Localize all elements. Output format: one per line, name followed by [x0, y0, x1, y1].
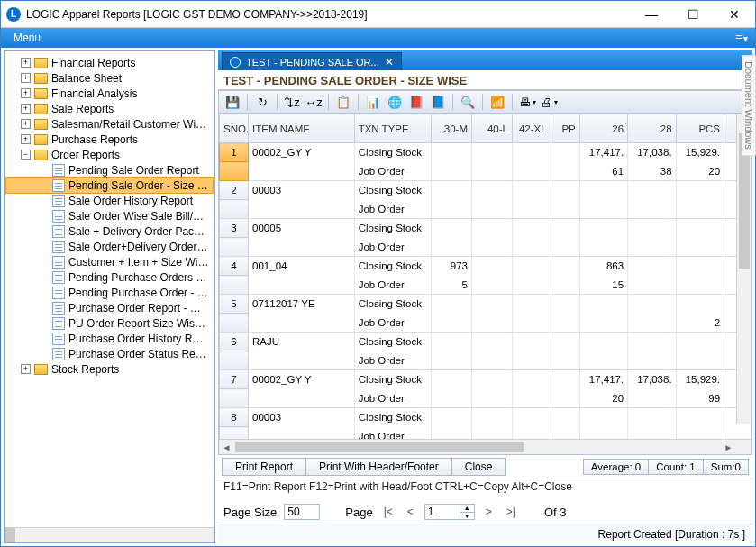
grid-cell[interactable]: Closing Stock	[354, 370, 432, 389]
grid-cell[interactable]	[472, 427, 513, 440]
tree-horizontal-scrollbar[interactable]	[5, 527, 214, 542]
document-tab[interactable]: TEST - PENDING SALE OR... ✕	[222, 52, 402, 70]
grid-cell[interactable]: 1	[220, 143, 249, 162]
grid-cell[interactable]: 17,417.	[579, 143, 627, 162]
tree-report-node[interactable]: Pending Sale Order Report	[6, 162, 213, 178]
grid-cell[interactable]: 07112017 YE	[249, 295, 355, 314]
export-pdf-icon[interactable]: 📕	[406, 93, 426, 111]
grid-cell[interactable]	[512, 181, 551, 200]
table-row[interactable]: Job Order	[220, 238, 751, 257]
grid-cell[interactable]	[676, 276, 724, 295]
grid-cell[interactable]	[432, 200, 472, 219]
table-row[interactable]: 4001_04Closing Stock973863	[220, 257, 751, 276]
tree-expand-icon[interactable]: +	[21, 364, 31, 374]
grid-cell[interactable]	[512, 276, 551, 295]
grid-cell[interactable]	[628, 389, 676, 408]
grid-cell[interactable]: 001_04	[249, 257, 355, 276]
grid-cell[interactable]: 3	[220, 219, 249, 238]
copy-icon[interactable]: 📋	[333, 93, 353, 111]
menu-dropdown-icon[interactable]: ☰▾	[735, 33, 748, 43]
grid-cell[interactable]: 973	[432, 257, 472, 276]
tree-report-node[interactable]: PU Order Report Size Wise -...	[6, 315, 213, 331]
grid-cell[interactable]	[579, 181, 627, 200]
grid-cell[interactable]	[472, 370, 513, 389]
grid-cell[interactable]	[432, 408, 472, 427]
grid-cell[interactable]: 15	[579, 276, 627, 295]
grid-cell[interactable]	[432, 219, 472, 238]
grid-cell[interactable]	[472, 238, 513, 257]
column-header[interactable]: 30-M	[432, 114, 472, 143]
grid-cell[interactable]	[551, 219, 579, 238]
grid-cell[interactable]: Closing Stock	[354, 257, 432, 276]
tree-expand-icon[interactable]: +	[21, 73, 31, 83]
page-spin-up[interactable]: ▲	[460, 505, 474, 513]
grid-cell[interactable]	[551, 333, 579, 351]
grid-cell[interactable]	[432, 389, 472, 408]
table-row[interactable]: Job Order613820	[220, 162, 751, 181]
grid-cell[interactable]: 17,038.	[628, 143, 676, 162]
grid-cell[interactable]: Closing Stock	[354, 219, 432, 238]
tree-expand-icon[interactable]: +	[21, 58, 31, 68]
table-row[interactable]: 507112017 YEClosing Stock	[220, 295, 751, 314]
table-row[interactable]: Job Order	[220, 200, 751, 219]
grid-cell[interactable]	[249, 389, 355, 408]
grid-cell[interactable]	[579, 351, 627, 370]
tree-report-node[interactable]: Sale + Delivery Order Packing...	[6, 223, 213, 239]
grid-cell[interactable]: 00003	[249, 181, 355, 200]
grid-cell[interactable]	[249, 162, 355, 181]
grid-cell[interactable]	[249, 351, 355, 370]
table-row[interactable]: 800003Closing Stock	[220, 408, 751, 427]
export-word-icon[interactable]: 📘	[428, 93, 448, 111]
grid-cell[interactable]: 6	[220, 333, 249, 351]
grid-cell[interactable]	[628, 219, 676, 238]
tree-report-node[interactable]: Purchase Order Report - Orde...	[6, 300, 213, 315]
grid-cell[interactable]: Job Order	[354, 389, 432, 408]
refresh-icon[interactable]: ↻	[252, 93, 272, 111]
grid-cell[interactable]	[220, 276, 249, 295]
column-header[interactable]: 42-XL	[512, 114, 551, 143]
grid-cell[interactable]	[220, 351, 249, 370]
grid-cell[interactable]	[676, 238, 724, 257]
grid-cell[interactable]: 863	[579, 257, 627, 276]
column-header[interactable]: ITEM NAME	[249, 114, 355, 143]
print-report-button[interactable]: Print Report	[222, 458, 306, 476]
grid-cell[interactable]: 61	[579, 162, 627, 181]
grid-cell[interactable]	[628, 295, 676, 314]
maximize-button[interactable]: ☐	[672, 1, 714, 28]
grid-cell[interactable]	[472, 276, 513, 295]
grid-cell[interactable]	[551, 351, 579, 370]
grid-cell[interactable]	[579, 238, 627, 257]
grid-cell[interactable]: Job Order	[354, 162, 432, 181]
grid-cell[interactable]: Job Order	[354, 276, 432, 295]
grid-cell[interactable]: 15,929.	[676, 143, 724, 162]
grid-cell[interactable]	[472, 351, 513, 370]
tree-report-node[interactable]: Sale Order+Delivery Order+S...	[6, 239, 213, 254]
table-row[interactable]: 200003Closing Stock	[220, 181, 751, 200]
document-tab-close-icon[interactable]: ✕	[385, 56, 394, 68]
export-excel-icon[interactable]: 📊	[363, 93, 383, 111]
grid-cell[interactable]	[472, 295, 513, 314]
tree-expand-icon[interactable]: +	[21, 104, 31, 114]
grid-cell[interactable]	[676, 333, 724, 351]
pager-prev-button[interactable]: <	[404, 506, 417, 518]
grid-cell[interactable]	[676, 257, 724, 276]
grid-cell[interactable]	[472, 257, 513, 276]
tree-expand-icon[interactable]: +	[21, 119, 31, 129]
grid-cell[interactable]	[249, 200, 355, 219]
tree-report-node[interactable]: Pending Purchase Order - Size...	[6, 285, 213, 300]
page-spin-down[interactable]: ▼	[460, 513, 474, 520]
grid-cell[interactable]: Closing Stock	[354, 333, 432, 351]
column-header[interactable]: PCS	[676, 114, 724, 143]
grid-cell[interactable]: 20	[579, 389, 627, 408]
grid-cell[interactable]: Job Order	[354, 314, 432, 333]
grid-cell[interactable]	[676, 200, 724, 219]
grid-cell[interactable]	[512, 162, 551, 181]
grid-cell[interactable]: 00003	[249, 408, 355, 427]
grid-cell[interactable]	[472, 181, 513, 200]
table-row[interactable]: Job Order2099	[220, 389, 751, 408]
report-grid[interactable]: SNO.ITEM NAMETXN TYPE30-M40-L42-XLPP2628…	[219, 114, 751, 439]
chart-icon[interactable]: 📶	[487, 93, 507, 111]
grid-cell[interactable]	[220, 389, 249, 408]
tree-report-node[interactable]: Sale Order Wise Sale Bill/Chall...	[6, 208, 213, 223]
grid-cell[interactable]	[579, 295, 627, 314]
